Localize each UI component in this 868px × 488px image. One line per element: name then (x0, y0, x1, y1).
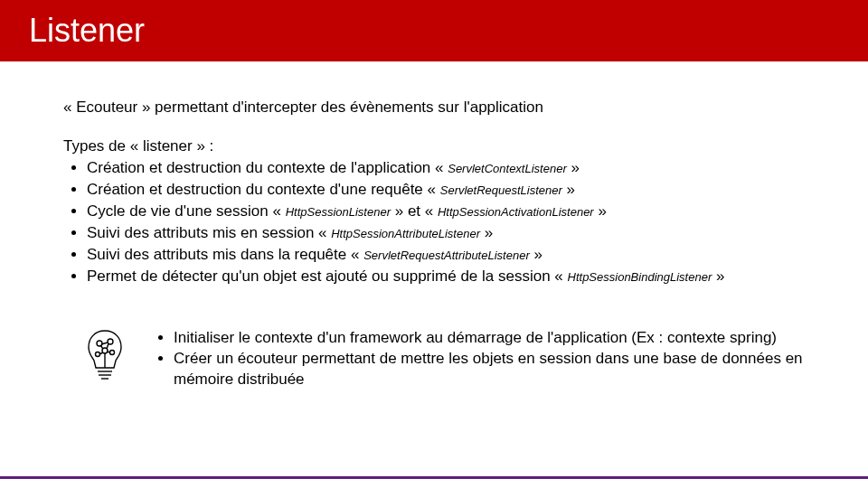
list-text: Création et destruction du contexte d'un… (87, 181, 440, 198)
code-text: HttpSessionActivationListener (438, 205, 594, 219)
svg-point-3 (97, 341, 102, 346)
code-text: ServletContextListener (448, 162, 567, 175)
list-text: » (712, 267, 724, 285)
code-text: HttpSessionAttributeListener (331, 227, 480, 240)
types-heading: Types de « listener » : (63, 137, 213, 155)
code-text: ServletRequestListener (440, 183, 562, 197)
list-item: Suivi des attributs mis en session « Htt… (87, 223, 805, 244)
list-text: Permet de détecter qu'un objet est ajout… (87, 267, 568, 285)
svg-line-12 (107, 352, 110, 352)
list-text: Création et destruction du contexte de l… (87, 159, 448, 176)
idea-item: Initialiser le contexte d'un framework a… (174, 328, 805, 349)
intro-text: « Ecouteur » permettant d'intercepter de… (63, 98, 805, 118)
list-item: Création et destruction du contexte d'un… (87, 180, 805, 201)
list-item: Création et destruction du contexte de l… (87, 158, 805, 179)
list-item: Cycle de vie d'une session « HttpSession… (87, 202, 805, 222)
list-text: » (480, 224, 493, 241)
types-list: Création et destruction du contexte de l… (63, 158, 805, 287)
svg-point-7 (110, 350, 115, 354)
list-item: Suivi des attributs mis dans la requête … (87, 245, 805, 266)
slide-title: Listener (29, 12, 145, 50)
list-text: » (594, 202, 607, 220)
list-text: Suivi des attributs mis dans la requête … (87, 246, 363, 263)
code-text: HttpSessionListener (286, 205, 391, 219)
types-block: Types de « listener » : Création et dest… (63, 136, 805, 287)
brain-lightbulb-icon (81, 327, 128, 380)
footer-divider (0, 476, 868, 479)
list-text: » (530, 246, 542, 263)
list-text: Cycle de vie d'une session « (87, 202, 286, 220)
slide-content: « Ecouteur » permettant d'intercepter de… (0, 61, 868, 391)
list-text: » (562, 181, 575, 198)
code-text: HttpSessionBindingListener (568, 270, 712, 284)
list-text: » (567, 159, 580, 176)
svg-point-6 (96, 352, 100, 356)
list-item: Permet de détecter qu'un objet est ajout… (87, 267, 805, 287)
list-text: Suivi des attributs mis en session « (87, 224, 331, 241)
ideas-block: Initialiser le contexte d'un framework a… (63, 324, 805, 392)
ideas-list: Initialiser le contexte d'un framework a… (156, 327, 805, 392)
idea-item: Créer un écouteur permettant de mettre l… (174, 349, 805, 390)
code-text: ServletRequestAttributeListener (363, 249, 530, 262)
title-bar: Listener (0, 0, 868, 61)
svg-line-10 (107, 343, 108, 349)
list-text: » et « (391, 202, 438, 220)
